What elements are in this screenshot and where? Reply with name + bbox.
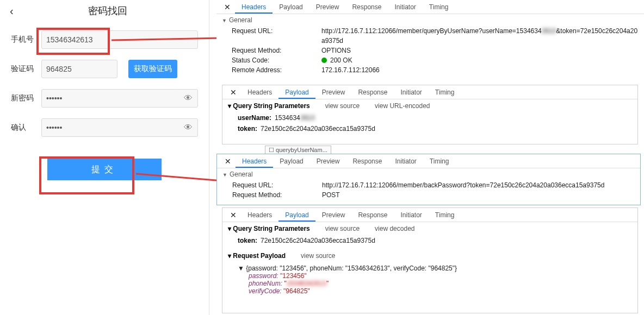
view-source-link[interactable]: view source xyxy=(325,225,360,232)
tab-payload[interactable]: Payload xyxy=(278,85,315,99)
payload-password-key: password: xyxy=(249,272,278,280)
tab-initiator[interactable]: Initiator xyxy=(394,85,428,99)
request-url-value: http://172.16.7.112:12066/member/queryBy… xyxy=(321,27,637,35)
back-icon[interactable]: ‹ xyxy=(10,5,23,17)
status-code-label: Status Code: xyxy=(232,56,321,64)
newpwd-label: 新密码 xyxy=(11,93,41,103)
view-source-link[interactable]: view source xyxy=(325,102,360,110)
view-source-link[interactable]: view source xyxy=(301,252,335,260)
request-method-label: Request Method: xyxy=(232,191,322,199)
devtools-payload-1: ✕ Headers Payload Preview Response Initi… xyxy=(222,85,638,144)
request-url-label: Request URL: xyxy=(232,181,322,189)
tab-response[interactable]: Response xyxy=(345,0,388,14)
request-payload-header: Request Payload xyxy=(233,252,286,260)
tab-timing[interactable]: Timing xyxy=(423,0,455,14)
tab-preview[interactable]: Preview xyxy=(309,0,346,14)
token-key: token: xyxy=(238,237,257,244)
qsp-header: Query String Parameters xyxy=(233,225,309,232)
eye-icon[interactable]: 👁 xyxy=(184,123,193,133)
tab-initiator[interactable]: Initiator xyxy=(388,0,422,14)
close-icon[interactable]: ✕ xyxy=(220,157,236,166)
devtools-panel-2: ✕ Headers Payload Preview Response Initi… xyxy=(216,154,641,205)
submit-button[interactable]: 提交 xyxy=(47,159,162,180)
token-key: token: xyxy=(238,125,257,133)
request-url-value-line2: a9375d xyxy=(321,37,343,45)
tab-headers[interactable]: Headers xyxy=(241,85,278,99)
close-icon[interactable]: ✕ xyxy=(220,3,235,11)
token-value: 72e150c26c204a20a036ecca15a9375d xyxy=(261,237,375,244)
request-method-value: OPTIONS xyxy=(321,47,351,54)
request-url-label: Request URL: xyxy=(232,27,321,35)
tab-headers[interactable]: Headers xyxy=(241,208,278,222)
payload-phone-value: "15346342613" xyxy=(284,280,329,287)
username-key: userName: xyxy=(238,114,271,122)
tab-initiator[interactable]: Initiator xyxy=(388,154,423,168)
remote-address-value: 172.16.7.112:12066 xyxy=(321,66,380,74)
payload-object-line: ▼ {password: "123456", phoneNum: "153463… xyxy=(238,264,622,272)
get-code-button[interactable]: 获取验证码 xyxy=(128,60,177,78)
tab-payload[interactable]: Payload xyxy=(273,0,309,14)
general-section[interactable]: General xyxy=(217,168,640,180)
eye-icon[interactable]: 👁 xyxy=(184,93,193,103)
view-url-link[interactable]: view URL-encoded xyxy=(375,102,430,110)
devtools-tabs: ✕ Headers Payload Preview Response Initi… xyxy=(216,0,644,14)
view-decoded-link[interactable]: view decoded xyxy=(375,225,414,232)
status-dot-icon xyxy=(321,58,327,63)
payload-phone-key: phoneNum: xyxy=(249,280,282,287)
tab-timing[interactable]: Timing xyxy=(429,208,461,222)
tab-preview[interactable]: Preview xyxy=(310,154,346,168)
phone-label: 手机号 xyxy=(11,35,41,45)
newpwd-input[interactable] xyxy=(41,89,198,108)
tab-response[interactable]: Response xyxy=(346,154,388,168)
devtools-panel-1: ✕ Headers Payload Preview Response Initi… xyxy=(216,0,644,87)
tab-preview[interactable]: Preview xyxy=(315,208,352,222)
devtools-payload-2: ✕ Headers Payload Preview Response Initi… xyxy=(222,207,638,313)
confirm-input[interactable] xyxy=(41,118,198,137)
request-method-label: Request Method: xyxy=(232,47,321,54)
status-code-value: 200 OK xyxy=(321,56,352,64)
code-label: 验证码 xyxy=(11,64,41,74)
payload-verify-key: verifyCode: xyxy=(249,287,282,295)
tab-timing[interactable]: Timing xyxy=(423,154,456,168)
code-input[interactable] xyxy=(41,60,117,78)
tab-response[interactable]: Response xyxy=(351,85,394,99)
payload-verify-value: "964825" xyxy=(283,287,310,295)
tab-payload[interactable]: Payload xyxy=(273,154,309,168)
tab-preview[interactable]: Preview xyxy=(315,85,352,99)
close-icon[interactable]: ✕ xyxy=(226,88,241,97)
tab-headers[interactable]: Headers xyxy=(235,0,273,14)
general-section[interactable]: General xyxy=(216,14,644,26)
request-method-value: POST xyxy=(322,191,340,199)
tab-headers[interactable]: Headers xyxy=(236,154,273,168)
close-icon[interactable]: ✕ xyxy=(226,211,241,219)
qsp-header: ▾ Query String Parametersview sourceview… xyxy=(222,99,637,112)
username-value: 15346342613 xyxy=(275,114,314,122)
tab-timing[interactable]: Timing xyxy=(429,85,461,99)
phone-input[interactable] xyxy=(41,30,198,49)
request-url-value: http://172.16.7.112:12066/member/backPas… xyxy=(322,181,604,189)
tab-initiator[interactable]: Initiator xyxy=(394,208,428,222)
tab-response[interactable]: Response xyxy=(351,208,394,222)
payload-password-value: "123456" xyxy=(280,272,307,280)
password-recovery-form: ‹ 密码找回 手机号 验证码 获取验证码 新密码 👁 确认 👁 提交 xyxy=(0,0,209,315)
tab-payload[interactable]: Payload xyxy=(278,208,315,222)
token-value: 72e150c26c204a20a036ecca15a9375d xyxy=(261,125,375,133)
page-title: 密码找回 xyxy=(23,4,209,17)
confirm-label: 确认 xyxy=(11,123,41,133)
remote-address-label: Remote Address: xyxy=(232,66,321,74)
